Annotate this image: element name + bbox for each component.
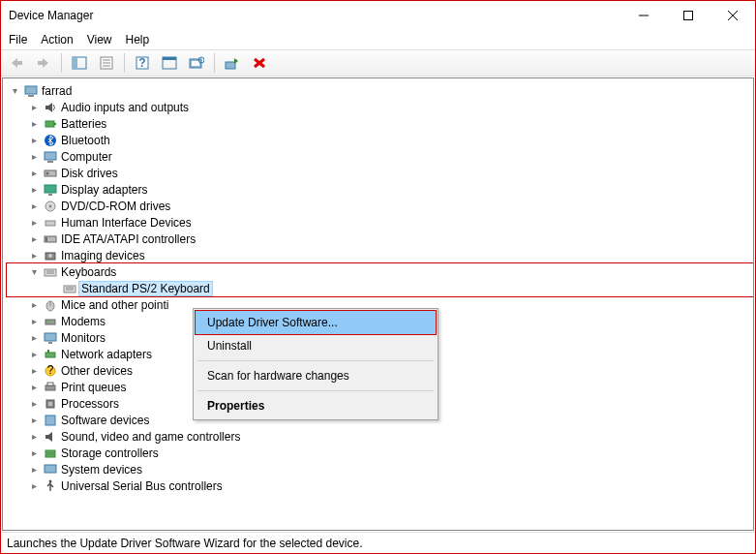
svg-rect-27 bbox=[45, 152, 56, 160]
svg-point-39 bbox=[48, 254, 52, 258]
expand-toggle[interactable]: ▸ bbox=[26, 365, 42, 376]
expand-toggle[interactable]: ▸ bbox=[26, 250, 42, 261]
tree-item-display[interactable]: ▸Display adapters bbox=[7, 181, 753, 198]
expand-toggle[interactable]: ▸ bbox=[26, 382, 42, 392]
bluetooth-icon bbox=[42, 134, 59, 147]
expand-toggle[interactable]: ▾ bbox=[7, 85, 22, 96]
expand-toggle[interactable]: ▸ bbox=[26, 480, 42, 491]
expand-toggle[interactable]: ▸ bbox=[26, 184, 42, 195]
usb-icon bbox=[42, 479, 59, 493]
storage-icon bbox=[42, 446, 59, 460]
printer-icon bbox=[42, 381, 59, 394]
tree-item-sound[interactable]: ▸Sound, video and game controllers bbox=[7, 428, 753, 445]
audio-icon bbox=[42, 101, 59, 114]
imaging-icon bbox=[42, 249, 59, 262]
expand-toggle[interactable]: ▸ bbox=[26, 464, 42, 475]
titlebar: Device Manager bbox=[1, 1, 755, 30]
expand-toggle[interactable]: ▸ bbox=[26, 299, 42, 310]
svg-rect-22 bbox=[25, 86, 37, 94]
svg-rect-56 bbox=[45, 385, 55, 390]
close-button[interactable] bbox=[711, 1, 755, 30]
menubar: File Action View Help bbox=[1, 30, 755, 49]
menu-item-scan[interactable]: Scan for hardware changes bbox=[196, 364, 436, 387]
update-driver-button[interactable] bbox=[221, 52, 244, 74]
svg-rect-25 bbox=[54, 123, 56, 125]
expand-toggle[interactable]: ▸ bbox=[26, 135, 42, 145]
tree-item-computer[interactable]: ▸Computer bbox=[7, 148, 753, 165]
svg-rect-48 bbox=[45, 320, 55, 324]
svg-rect-5 bbox=[38, 61, 43, 65]
svg-rect-31 bbox=[45, 185, 56, 193]
menu-action[interactable]: Action bbox=[41, 33, 73, 46]
device-tree[interactable]: ▾ farrad ▸Audio inputs and outputs ▸Batt… bbox=[2, 77, 754, 531]
expand-toggle[interactable]: ▸ bbox=[26, 398, 42, 409]
svg-rect-57 bbox=[47, 383, 53, 385]
expand-toggle[interactable]: ▸ bbox=[26, 349, 42, 359]
expand-toggle[interactable]: ▸ bbox=[26, 316, 42, 326]
expand-toggle[interactable]: ▸ bbox=[26, 168, 42, 178]
menu-item-properties[interactable]: Properties bbox=[196, 394, 436, 417]
svg-rect-60 bbox=[45, 416, 55, 425]
tree-item-ide[interactable]: ▸IDE ATA/ATAPI controllers bbox=[7, 231, 753, 247]
menu-help[interactable]: Help bbox=[126, 33, 150, 46]
expand-toggle[interactable]: ▸ bbox=[26, 102, 42, 112]
svg-rect-53 bbox=[47, 350, 49, 353]
help-button[interactable]: ? bbox=[131, 52, 154, 74]
expand-toggle[interactable]: ▸ bbox=[26, 151, 42, 162]
svg-rect-50 bbox=[45, 333, 56, 341]
action-button[interactable] bbox=[158, 52, 181, 74]
tree-item-dvd[interactable]: ▸DVD/CD-ROM drives bbox=[7, 198, 753, 214]
forward-button[interactable] bbox=[32, 52, 55, 74]
tree-item-standard-ps2-keyboard[interactable]: ▸Standard PS/2 Keyboard bbox=[7, 280, 753, 296]
menu-item-uninstall[interactable]: Uninstall bbox=[196, 334, 436, 357]
svg-rect-23 bbox=[28, 95, 34, 97]
svg-rect-37 bbox=[45, 237, 47, 241]
tree-root-label: farrad bbox=[40, 84, 74, 98]
tree-item-usb[interactable]: ▸Universal Serial Bus controllers bbox=[7, 477, 753, 494]
svg-point-64 bbox=[49, 479, 52, 482]
hid-icon bbox=[42, 216, 59, 230]
keyboard-icon bbox=[61, 282, 78, 295]
expand-toggle[interactable]: ▸ bbox=[26, 415, 42, 425]
expand-toggle[interactable]: ▸ bbox=[26, 447, 42, 458]
show-hide-console-tree-button[interactable] bbox=[68, 52, 91, 74]
menu-file[interactable]: File bbox=[9, 33, 27, 46]
tree-item-hid[interactable]: ▸Human Interface Devices bbox=[7, 214, 753, 231]
tree-root[interactable]: ▾ farrad bbox=[7, 82, 753, 99]
menu-view[interactable]: View bbox=[87, 33, 112, 46]
minimize-button[interactable] bbox=[621, 1, 666, 30]
uninstall-button[interactable] bbox=[248, 52, 271, 74]
properties-button[interactable] bbox=[95, 52, 118, 74]
toolbar-separator bbox=[124, 53, 125, 73]
other-icon: ? bbox=[42, 364, 59, 378]
expand-toggle[interactable]: ▸ bbox=[26, 332, 42, 343]
svg-rect-1 bbox=[684, 12, 693, 20]
svg-rect-63 bbox=[45, 465, 56, 473]
expand-toggle[interactable]: ▸ bbox=[26, 431, 42, 442]
mouse-icon bbox=[42, 298, 59, 312]
menu-separator bbox=[197, 390, 434, 391]
expand-toggle[interactable]: ▸ bbox=[26, 200, 42, 211]
svg-rect-61 bbox=[45, 450, 55, 453]
tree-item-system[interactable]: ▸System devices bbox=[7, 461, 753, 477]
back-button[interactable] bbox=[5, 52, 28, 74]
menu-item-update-driver[interactable]: Update Driver Software... bbox=[196, 311, 436, 334]
tree-item-keyboards[interactable]: ▾Keyboards bbox=[7, 263, 753, 280]
tree-item-disk[interactable]: ▸Disk drives bbox=[7, 165, 753, 181]
modem-icon bbox=[42, 315, 59, 328]
tree-item-storage[interactable]: ▸Storage controllers bbox=[7, 445, 753, 461]
expand-toggle[interactable]: ▾ bbox=[26, 266, 42, 277]
expand-toggle[interactable]: ▸ bbox=[26, 118, 42, 129]
tree-item-bluetooth[interactable]: ▸Bluetooth bbox=[7, 132, 753, 148]
statusbar: Launches the Update Driver Software Wiza… bbox=[1, 532, 755, 553]
scan-hardware-button[interactable] bbox=[185, 52, 208, 74]
tree-item-batteries[interactable]: ▸Batteries bbox=[7, 115, 753, 132]
svg-rect-32 bbox=[48, 194, 52, 196]
dvd-icon bbox=[42, 200, 59, 213]
tree-item-imaging[interactable]: ▸Imaging devices bbox=[7, 247, 753, 263]
maximize-button[interactable] bbox=[666, 1, 711, 30]
expand-toggle[interactable]: ▸ bbox=[26, 233, 42, 244]
svg-rect-7 bbox=[73, 57, 77, 69]
tree-item-audio[interactable]: ▸Audio inputs and outputs bbox=[7, 99, 753, 115]
expand-toggle[interactable]: ▸ bbox=[26, 217, 42, 228]
